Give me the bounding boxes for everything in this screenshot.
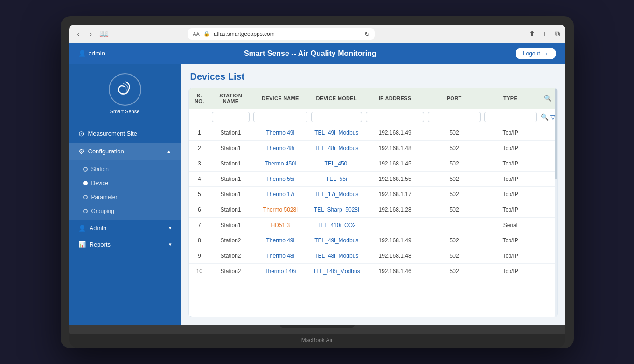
subnav-parameter[interactable]: Parameter (69, 190, 181, 204)
cell-station: Station1 (210, 217, 251, 233)
cell-station: Station1 (210, 202, 251, 217)
configuration-subnav: Station Device Parameter Grouping (69, 160, 181, 220)
user-icon: 👤 (78, 50, 86, 57)
logout-button[interactable]: Logout → (516, 48, 556, 59)
cell-device-name[interactable]: Thermo 5028i (251, 202, 309, 217)
app-header: 👤 admin Smart Sense -- Air Quality Monit… (69, 43, 565, 64)
cell-sno: 5 (189, 186, 210, 202)
cell-device-model[interactable]: TEL_450i (309, 156, 364, 171)
cell-type: Tcp/IP (482, 233, 539, 248)
filter-device-model[interactable] (309, 109, 364, 125)
cell-device-name[interactable]: Thermo 55i (251, 171, 309, 186)
col-sno: S. NO. (189, 88, 210, 109)
scrollbar-track[interactable] (555, 88, 557, 317)
col-station: STATION NAME (210, 88, 251, 109)
subnav-device[interactable]: Device (69, 176, 181, 190)
sidebar-item-admin[interactable]: 👤 Admin ▾ (69, 220, 181, 236)
back-button[interactable]: ‹ (75, 29, 83, 39)
col-device-name: DEVICE NAME (251, 88, 309, 109)
cell-device-model[interactable]: TEL_17i_Modbus (309, 186, 364, 202)
cell-device-name[interactable]: Thermo 450i (251, 156, 309, 171)
share-button[interactable]: ⬆ (529, 29, 535, 38)
type-filter-input[interactable] (484, 112, 537, 122)
lock-icon: 🔒 (203, 31, 210, 37)
sidebar-item-configuration[interactable]: ⚙ Configuration ▲ (69, 143, 181, 160)
configuration-chevron: ▲ (167, 149, 172, 154)
cell-sno: 1 (189, 125, 210, 140)
device-model-filter-select[interactable] (311, 112, 362, 122)
forward-button[interactable]: › (87, 29, 95, 39)
search-filter-button[interactable]: 🔍 (541, 113, 549, 121)
table-row: 2 Station1 Thermo 48i TEL_48i_Modbus 192… (189, 140, 557, 156)
col-port: PORT (426, 88, 482, 109)
cell-port: 502 (426, 171, 482, 186)
scrollbar-thumb (555, 88, 557, 179)
cell-type: Tcp/IP (482, 140, 539, 156)
cell-ip: 192.168.1.28 (364, 202, 426, 217)
address-bar: AA 🔒 atlas.smartgeoapps.com ↻ (188, 28, 375, 40)
cell-type: Tcp/IP (482, 186, 539, 202)
station-label: Station (91, 166, 109, 172)
device-radio (83, 181, 88, 185)
cell-ip: 192.168.1.45 (364, 156, 426, 171)
laptop-frame: ‹ › 📖 AA 🔒 atlas.smartgeoapps.com ↻ ⬆ + … (61, 16, 574, 348)
logout-icon: → (543, 50, 549, 57)
cell-device-name[interactable]: Thermo 49i (251, 125, 309, 140)
macbook-label: MacBook Air (69, 334, 565, 348)
add-tab-button[interactable]: + (543, 30, 547, 38)
cell-device-model[interactable]: TEL_146i_Modbus (309, 263, 364, 279)
sidebar-item-reports[interactable]: 📊 Reports ▾ (69, 236, 181, 253)
table-body: 1 Station1 Thermo 49i TEL_49i_Modbus 192… (189, 125, 557, 279)
port-filter-input[interactable] (428, 112, 480, 122)
cell-port: 502 (426, 156, 482, 171)
cell-sno: 4 (189, 171, 210, 186)
cell-ip: 192.168.1.49 (364, 125, 426, 140)
cell-device-name[interactable]: Thermo 48i (251, 140, 309, 156)
col-device-model: DEVICE MODEL (309, 88, 364, 109)
cell-device-model[interactable]: TEL_Sharp_5028i (309, 202, 364, 217)
browser-chrome: ‹ › 📖 AA 🔒 atlas.smartgeoapps.com ↻ ⬆ + … (69, 25, 565, 43)
ip-filter-input[interactable] (366, 112, 425, 122)
page-title: Devices List (181, 64, 565, 88)
cell-device-name[interactable]: Thermo 48i (251, 248, 309, 263)
filter-type[interactable] (482, 109, 539, 125)
subnav-station[interactable]: Station (69, 162, 181, 176)
filter-ip[interactable] (364, 109, 426, 125)
table-row: 1 Station1 Thermo 49i TEL_49i_Modbus 192… (189, 125, 557, 140)
device-label: Device (91, 180, 109, 186)
filter-station[interactable] (210, 109, 251, 125)
admin-icon: 👤 (78, 225, 86, 232)
app-title: Smart Sense -- Air Quality Monitoring (111, 49, 510, 58)
filter-port[interactable] (426, 109, 482, 125)
cell-ip: 192.168.1.48 (364, 140, 426, 156)
device-name-filter-input[interactable] (253, 112, 307, 122)
station-filter-select[interactable] (212, 112, 250, 122)
tabs-button[interactable]: ⧉ (555, 30, 560, 38)
table-row: 8 Station2 Thermo 49i TEL_49i_Modbus 192… (189, 233, 557, 248)
cell-device-name[interactable]: Thermo 17i (251, 186, 309, 202)
cell-device-model[interactable]: TEL_410i_CO2 (309, 217, 364, 233)
parameter-label: Parameter (91, 194, 118, 200)
cell-device-model[interactable]: TEL_55i (309, 171, 364, 186)
table-row: 9 Station2 Thermo 48i TEL_48i_Modbus 192… (189, 248, 557, 263)
cell-port: 502 (426, 186, 482, 202)
cell-device-model[interactable]: TEL_49i_Modbus (309, 125, 364, 140)
cell-device-name[interactable]: HD51.3 (251, 217, 309, 233)
refresh-button[interactable]: ↻ (364, 30, 370, 38)
book-icon: 📖 (99, 29, 109, 38)
logo-area: Smart Sense (69, 64, 181, 121)
cell-device-model[interactable]: TEL_49i_Modbus (309, 233, 364, 248)
subnav-grouping[interactable]: Grouping (69, 204, 181, 218)
header-search-icon[interactable]: 🔍 (544, 95, 551, 102)
cell-device-model[interactable]: TEL_48i_Modbus (309, 140, 364, 156)
cell-device-name[interactable]: Thermo 49i (251, 233, 309, 248)
cell-device-model[interactable]: TEL_48i_Modbus (309, 248, 364, 263)
sidebar-item-measurement-site[interactable]: ⊙ Measurement Site (69, 125, 181, 143)
cell-sno: 8 (189, 233, 210, 248)
filter-device-name[interactable] (251, 109, 309, 125)
grouping-label: Grouping (91, 208, 114, 214)
cell-device-name[interactable]: Thermo 146i (251, 263, 309, 279)
logo-circle (109, 73, 141, 106)
devices-table-wrapper: S. NO. STATION NAME DEVICE NAME DEVICE M… (188, 88, 558, 317)
sidebar: Smart Sense ⊙ Measurement Site ⚙ Configu… (69, 64, 181, 325)
